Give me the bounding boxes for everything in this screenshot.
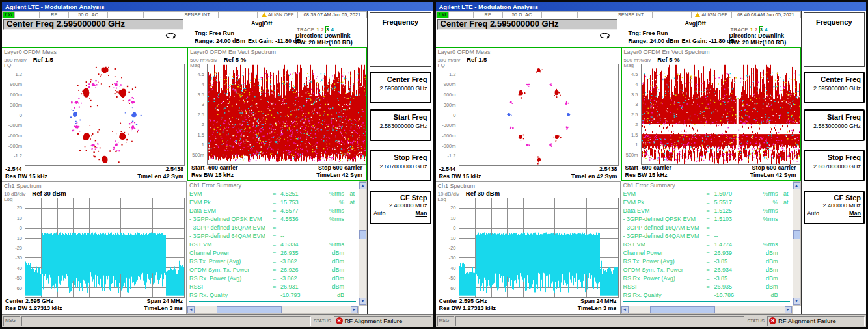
softkey-center-freq[interactable]: Center Freq 2.595000000 GHz: [804, 72, 865, 103]
softkey-value: 2.400000 MHz: [373, 202, 427, 209]
summary-sval: 5.5517: [714, 198, 752, 207]
summary-sname: EVM Pk: [623, 198, 707, 207]
softkey-label: CF Step: [373, 194, 427, 202]
scroll-up-button[interactable]: ▲: [359, 182, 366, 189]
continuous-sweep-icon: [599, 32, 610, 40]
error-summary-window[interactable]: Ch1 Error Summary EVM=1.5070%rmsatEVM Pk…: [621, 181, 801, 314]
spectrum-span: Span 24 MHz: [580, 298, 617, 305]
axis-tick: -600m: [8, 132, 22, 138]
error-summary-window[interactable]: Ch1 Error Summary EVM=4.5251%rmsatEVM Pk…: [187, 181, 367, 314]
scroll-down-button[interactable]: ▼: [793, 298, 800, 305]
error-summary-row: EVM=4.5251%rmsat: [189, 190, 356, 198]
msg-label: MSG: [3, 316, 20, 326]
vertical-scroll-thumb[interactable]: [793, 230, 800, 239]
trace-2[interactable]: 2: [321, 27, 324, 33]
evm-spectrum-window-selected[interactable]: Layer0 OFDM Err Vect Spectrum 500 m%/div…: [621, 47, 801, 181]
cf-step-auto-option[interactable]: Auto: [807, 210, 820, 217]
softkey-center-freq[interactable]: Center Freq 2.595000000 GHz: [370, 72, 431, 103]
window-titlebar[interactable]: Agilent LTE - Modulation Analysis: [436, 2, 867, 11]
summary-sunit: dBm: [318, 274, 344, 283]
softkey-stop-freq[interactable]: Stop Freq 2.607000000 GHz: [804, 150, 865, 181]
summary-seq: =: [273, 283, 280, 291]
axis-tick: -30: [15, 255, 22, 261]
softkey-cf-step[interactable]: CF Step 2.400000 MHz AutoMan: [804, 191, 865, 224]
cf-step-auto-option[interactable]: Auto: [373, 210, 386, 217]
softkey-cf-step[interactable]: CF Step 2.400000 MHz AutoMan: [370, 191, 431, 224]
axis-tick: -300m: [8, 122, 22, 128]
softkey-menu-title: Frequency: [370, 12, 431, 67]
summary-sname: EVM: [623, 190, 707, 198]
summary-sextra: [344, 274, 355, 283]
summary-seq: =: [273, 215, 280, 224]
summary-seq: =: [273, 232, 280, 241]
cf-step-man-option[interactable]: Man: [849, 210, 861, 217]
horizontal-scroll-track[interactable]: [629, 306, 785, 313]
summary-seq: =: [273, 198, 280, 207]
scroll-down-button[interactable]: ▼: [359, 298, 366, 305]
vertical-scroll-track[interactable]: [793, 189, 800, 298]
summary-seq: =: [707, 207, 714, 215]
summary-sunit: dBm: [318, 283, 344, 291]
channel-spectrum-window[interactable]: Ch1 Spectrum 10 dB/divRef 30 dBm Log2010…: [2, 181, 187, 314]
trace-2[interactable]: 2: [755, 27, 757, 33]
cf-step-man-option[interactable]: Man: [416, 210, 427, 217]
constellation-window[interactable]: Layer0 OFDM Meas 300 m/divRef 1.5 I-Q1.2…: [2, 47, 187, 181]
horizontal-scrollbar[interactable]: ◄ ►: [621, 306, 793, 314]
trace-3[interactable]: 3: [760, 27, 763, 33]
trace-3[interactable]: 3: [326, 27, 329, 33]
scroll-left-button[interactable]: ◄: [621, 306, 629, 313]
evm-ref-level: Ref 5 %: [657, 56, 679, 63]
summary-sunit: %: [318, 198, 344, 207]
scroll-up-button[interactable]: ▲: [793, 182, 800, 189]
constellation-x-min: -2.544: [439, 166, 456, 173]
error-summary-row: - 3GPP-defined 64QAM EVM=--: [189, 232, 356, 241]
vertical-scroll-thumb[interactable]: [359, 230, 366, 239]
constellation-plot-frame: [459, 64, 619, 166]
trace-1[interactable]: 1: [316, 27, 319, 33]
axis-tick: 2.5: [198, 111, 204, 117]
evm-start-carrier: Start -600 carrier: [625, 164, 672, 172]
trace-4[interactable]: 4: [331, 27, 333, 33]
error-x-icon: ✕: [769, 317, 776, 324]
trace-label: TRACE: [731, 27, 748, 33]
trace-1[interactable]: 1: [750, 27, 753, 33]
scroll-right-button[interactable]: ►: [785, 306, 792, 313]
softkey-stop-freq[interactable]: Stop Freq 2.607000000 GHz: [370, 150, 431, 181]
vertical-scrollbar[interactable]: ▲ ▼: [359, 181, 367, 306]
horizontal-scrollbar[interactable]: ◄ ►: [187, 306, 359, 314]
axis-tick: -60: [449, 285, 456, 291]
constellation-y-axis: I-Q1.2900m600m300m0-300m-600m-900m-1.2: [438, 64, 459, 166]
summary-sextra: at: [344, 198, 355, 207]
horizontal-scroll-thumb[interactable]: [650, 306, 715, 313]
horizontal-scroll-thumb[interactable]: [217, 306, 282, 313]
axis-tick: 20: [17, 205, 22, 211]
softkey-start-freq[interactable]: Start Freq 2.583000000 GHz: [804, 109, 865, 141]
softkey-label: Stop Freq: [807, 153, 861, 161]
app-root: Agilent LTE - Modulation Analysis LXI RF…: [0, 0, 868, 329]
summary-divider: [189, 301, 356, 302]
trace-4[interactable]: 4: [765, 27, 767, 33]
trigger-state: Trig: Free Run: [629, 30, 668, 36]
spectrum-timelen: TimeLen 3 ms: [578, 305, 617, 312]
summary-sunit: %rms: [752, 215, 778, 224]
measurement-grid: Layer0 OFDM Meas 300 m/divRef 1.5 I-Q1.2…: [2, 47, 367, 314]
horizontal-scroll-track[interactable]: [195, 306, 351, 313]
vertical-scrollbar[interactable]: ▲ ▼: [793, 181, 801, 306]
window-titlebar[interactable]: Agilent LTE - Modulation Analysis: [2, 2, 433, 11]
scroll-left-button[interactable]: ◄: [187, 306, 195, 313]
axis-tick: 2: [202, 122, 204, 127]
softkey-start-freq[interactable]: Start Freq 2.583000000 GHz: [370, 109, 431, 141]
evm-spectrum-window-selected[interactable]: Layer0 OFDM Err Vect Spectrum 500 m%/div…: [187, 47, 367, 181]
message-area: [21, 316, 311, 326]
summary-seq: =: [707, 283, 714, 291]
constellation-res-bw: Res BW 15 kHz: [5, 173, 47, 180]
softkey-label: Center Freq: [807, 75, 861, 83]
axis-tick: -300m: [442, 122, 455, 128]
vertical-scroll-track[interactable]: [359, 189, 366, 298]
scroll-right-button[interactable]: ►: [351, 306, 358, 313]
channel-spectrum-window[interactable]: Ch1 Spectrum 10 dB/divRef 30 dBm Log2010…: [436, 181, 621, 314]
summary-sextra: [778, 257, 789, 266]
constellation-window[interactable]: Layer0 OFDM Meas 300 m/divRef 1.5 I-Q1.2…: [436, 47, 621, 181]
evm-timelen: TimeLen 42 Sym: [750, 172, 796, 179]
softkey-value: 2.607000000 GHz: [373, 163, 427, 170]
